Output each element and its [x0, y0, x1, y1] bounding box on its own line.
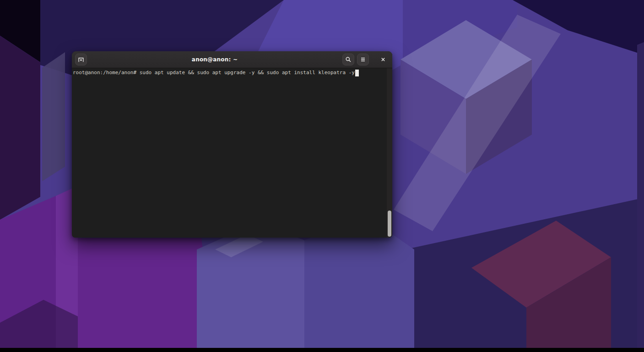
hamburger-menu-icon	[359, 56, 367, 63]
terminal-line-text: root@anon:/home/anon# sudo apt update &&…	[73, 69, 355, 76]
search-button[interactable]	[342, 54, 354, 65]
close-button[interactable]	[377, 54, 389, 65]
new-tab-button[interactable]	[75, 54, 87, 65]
close-icon	[380, 56, 386, 63]
scrollbar-thumb[interactable]	[388, 211, 391, 237]
window-title: anon@anon: ~	[87, 56, 342, 63]
terminal-content-area[interactable]: root@anon:/home/anon# sudo apt update &&…	[72, 68, 392, 238]
titlebar[interactable]: anon@anon: ~	[72, 51, 392, 68]
menu-button[interactable]	[357, 54, 369, 65]
taskbar	[0, 348, 644, 352]
terminal-cursor	[355, 70, 359, 76]
tab-new-icon	[77, 56, 85, 63]
terminal-window: anon@anon: ~	[72, 51, 392, 238]
search-icon	[345, 56, 352, 63]
terminal-line: root@anon:/home/anon# sudo apt update &&…	[73, 69, 386, 76]
